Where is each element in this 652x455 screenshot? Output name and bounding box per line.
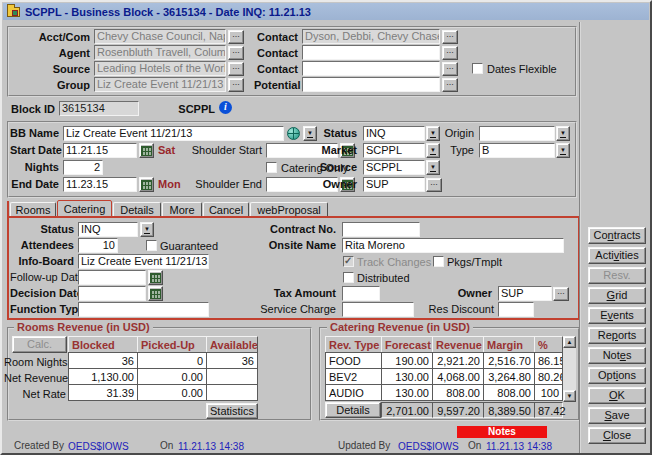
options-button[interactable]: Options	[588, 367, 646, 384]
start-date-field[interactable]: 11.21.15	[63, 143, 137, 158]
attendees-field[interactable]: 10	[78, 238, 118, 253]
group-field[interactable]: Liz Create Event 11/21/13	[94, 77, 226, 92]
close-button[interactable]: Close	[588, 427, 646, 444]
catering-only-checkbox[interactable]	[266, 162, 277, 173]
info-board-field[interactable]: Liz Create Event 11/21/13	[78, 254, 209, 269]
notes-button[interactable]: Notes	[588, 347, 646, 364]
bb-name-field[interactable]: Liz Create Event 11/21/13	[63, 126, 284, 141]
market-dropdown-button[interactable]: ▼	[426, 143, 440, 158]
cat-status-label: Status	[10, 223, 74, 236]
cat-cell: 2,921.20	[432, 352, 484, 369]
contracts-button[interactable]: Contracts	[588, 227, 646, 244]
potential-lov-button[interactable]: ...	[442, 78, 458, 92]
tab-cancel[interactable]: Cancel	[203, 202, 249, 217]
created-by-label: Created By	[14, 440, 64, 451]
dates-flexible-checkbox[interactable]	[472, 63, 483, 74]
service-charge-label: Service Charge	[252, 303, 336, 316]
statistics-button[interactable]: Statistics	[206, 403, 258, 419]
cat-col-pct: %	[534, 336, 563, 353]
save-button[interactable]: Save	[588, 407, 646, 424]
updated-by-label: Updated By	[338, 440, 390, 451]
agent-field[interactable]: Rosenbluth Travell, Columbia, 1800-r	[94, 45, 226, 60]
origin-dropdown-button[interactable]: ▼	[556, 126, 570, 141]
guaranteed-checkbox[interactable]	[146, 240, 157, 251]
owner-lov-button[interactable]: ...	[426, 178, 442, 192]
cat-status-dropdown-button[interactable]: ▼	[140, 222, 154, 237]
contract-no-field[interactable]	[342, 222, 420, 237]
service-charge-field[interactable]	[342, 302, 414, 317]
chevron-down-icon: ▼	[560, 130, 566, 138]
source-field[interactable]: Leading Hotels of the World, Naples,	[94, 61, 226, 76]
cat-cell: 100	[534, 384, 563, 401]
contact3-lov-button[interactable]: ...	[442, 62, 458, 76]
rooms-cell	[206, 368, 258, 385]
attendees-label: Attendees	[10, 239, 74, 252]
res-discount-label: Res Discount	[422, 303, 494, 316]
cat-cell: 86.15	[534, 352, 563, 369]
tab-more[interactable]: More	[162, 202, 202, 217]
tab-rooms[interactable]: Rooms	[10, 202, 56, 217]
start-date-calendar-icon[interactable]	[139, 143, 154, 158]
contact2-lov-button[interactable]: ...	[442, 46, 458, 60]
ok-button[interactable]: OK	[588, 387, 646, 404]
scroll-down-icon[interactable]: ▼	[563, 390, 576, 402]
acct-com-lov-button[interactable]: ...	[228, 30, 244, 44]
distributed-label: Distributed	[357, 272, 410, 285]
cat-status-field[interactable]: INQ	[78, 222, 138, 237]
market-field[interactable]: SCPPL	[363, 143, 425, 158]
details-button[interactable]: Details	[325, 402, 381, 418]
cat-owner-field[interactable]: SUP	[498, 286, 552, 301]
status-dropdown-button[interactable]: ▼	[426, 126, 440, 141]
cat-owner-lov-button[interactable]: ...	[553, 287, 569, 301]
followup-date-field[interactable]	[78, 270, 146, 285]
nights-field[interactable]: 2	[63, 160, 103, 175]
tab-webproposal[interactable]: webProposal	[250, 202, 328, 217]
type-dropdown-button[interactable]: ▼	[556, 143, 570, 158]
potential-field[interactable]	[302, 77, 440, 92]
source-lov-button[interactable]: ...	[228, 62, 244, 76]
calc-button: Calc.	[12, 336, 67, 353]
owner-field[interactable]: SUP	[363, 177, 425, 192]
status-field[interactable]: INQ	[363, 126, 425, 141]
nights-label: Nights	[10, 161, 59, 174]
contact3-field[interactable]	[302, 61, 440, 76]
shoulder-start-label: Shoulder Start	[172, 144, 262, 157]
scroll-up-icon[interactable]: ▲	[563, 336, 576, 348]
onsite-name-field[interactable]: Rita Moreno	[342, 238, 564, 253]
end-date-field[interactable]: 11.23.15	[63, 177, 137, 192]
decision-calendar-icon[interactable]	[148, 286, 163, 301]
info-board-label: Info-Board	[10, 255, 74, 268]
tax-amount-field[interactable]	[342, 286, 380, 301]
distributed-checkbox[interactable]	[343, 272, 354, 283]
decision-date-field[interactable]	[78, 286, 146, 301]
contact1-field[interactable]: Dyson, Debbi, Chevy Chase, 1800-123-	[302, 29, 440, 44]
activities-button[interactable]: Activities	[588, 247, 646, 264]
reports-button[interactable]: Reports	[588, 327, 646, 344]
contract-no-label: Contract No.	[252, 223, 336, 236]
rooms-cell: 1,130.00	[68, 368, 138, 385]
agent-lov-button[interactable]: ...	[228, 46, 244, 60]
title-bar[interactable]: SCPPL - Business Block - 3615134 - Date …	[3, 3, 649, 20]
contact1-lov-button[interactable]: ...	[442, 30, 458, 44]
followup-calendar-icon[interactable]	[148, 270, 163, 285]
property-label: SCPPL	[162, 103, 215, 116]
globe-icon[interactable]	[287, 127, 300, 140]
origin-field[interactable]	[479, 126, 555, 141]
tab-details[interactable]: Details	[113, 202, 161, 217]
res-discount-field[interactable]	[498, 302, 534, 317]
bb-source-label: Source	[302, 161, 357, 174]
end-date-calendar-icon[interactable]	[139, 177, 154, 192]
bb-source-dropdown-button[interactable]: ▼	[426, 160, 440, 175]
function-type-field[interactable]	[78, 302, 209, 317]
contact2-field[interactable]	[302, 45, 440, 60]
events-button[interactable]: Events	[588, 307, 646, 324]
grid-button[interactable]: Grid	[588, 287, 646, 304]
acct-com-field[interactable]: Chevy Chase Council, Naples,	[94, 29, 226, 44]
info-icon[interactable]: i	[219, 101, 232, 114]
notes-lamp[interactable]: Notes	[457, 426, 547, 438]
tab-catering[interactable]: Catering	[57, 200, 112, 217]
bb-source-field[interactable]: SCPPL	[363, 160, 425, 175]
type-field[interactable]: B	[479, 143, 555, 158]
pkgs-tmplt-checkbox[interactable]	[433, 256, 444, 267]
group-lov-button[interactable]: ...	[228, 78, 244, 92]
